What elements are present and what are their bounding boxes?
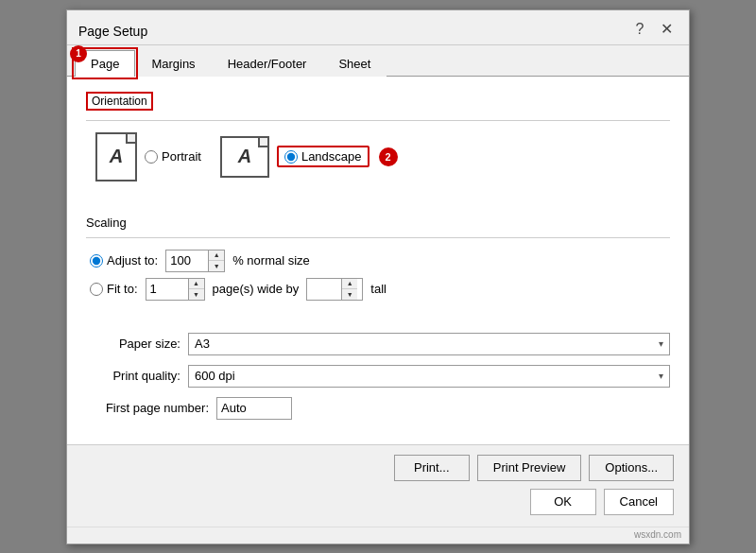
fit-to-wide-spinbox[interactable]: ▲ ▼: [146, 278, 205, 301]
orientation-divider: [86, 120, 670, 121]
portrait-letter: A: [110, 146, 123, 167]
watermark: wsxdn.com: [67, 527, 689, 544]
options-label: Options...: [605, 460, 658, 475]
scaling-section: Scaling Adjust to: ▲ ▼ % normal size: [86, 216, 670, 306]
fit-to-row: Fit to: ▲ ▼ page(s) wide by ▲ ▼: [86, 278, 670, 301]
first-page-label: First page number:: [86, 401, 209, 415]
adjust-to-input[interactable]: [166, 251, 208, 271]
paper-size-arrow: ▾: [659, 338, 663, 349]
paper-size-value: A3: [195, 337, 210, 351]
title-bar-right: ? ✕: [628, 18, 678, 44]
title-bar: Page Setup ? ✕: [67, 10, 689, 45]
adjust-to-radio[interactable]: [90, 254, 103, 268]
adjust-to-spinbox[interactable]: ▲ ▼: [165, 250, 225, 272]
landscape-letter: A: [238, 146, 251, 167]
adjust-to-spinbox-btns: ▲ ▼: [208, 251, 224, 271]
scaling-title: Scaling: [86, 216, 670, 230]
spacer1: [86, 321, 670, 333]
landscape-badge: 2: [379, 147, 398, 166]
fit-to-wide-spinbox-btns: ▲ ▼: [188, 279, 204, 300]
landscape-group: A Landscape 2: [220, 136, 398, 178]
fit-to-tall-spinbox[interactable]: ▲ ▼: [306, 278, 363, 301]
tab-margins[interactable]: Margins: [135, 50, 211, 77]
print-quality-row: Print quality: 600 dpi ▾: [86, 365, 670, 388]
landscape-icon: A: [220, 136, 269, 178]
cancel-button[interactable]: Cancel: [604, 489, 674, 515]
adjust-to-up-btn[interactable]: ▲: [209, 251, 224, 261]
adjust-to-radio-label[interactable]: Adjust to:: [90, 253, 158, 268]
print-label: Print...: [414, 460, 450, 475]
paper-size-dropdown[interactable]: A3 ▾: [188, 333, 670, 355]
fit-to-radio-label[interactable]: Fit to:: [90, 282, 138, 296]
fit-to-tall-up-btn[interactable]: ▲: [342, 279, 357, 289]
paper-size-row: Paper size: A3 ▾: [86, 333, 670, 355]
page-setup-dialog: Page Setup ? ✕ 1 Page Margins Header/Foo…: [66, 9, 690, 544]
landscape-radio-wrap: Landscape: [277, 146, 369, 167]
print-button[interactable]: Print...: [394, 455, 470, 481]
print-quality-value: 600 dpi: [195, 369, 235, 383]
fit-to-wide-down-btn[interactable]: ▼: [189, 289, 204, 300]
landscape-corner: [258, 138, 267, 147]
title-bar-left: Page Setup: [78, 24, 147, 39]
fit-to-tall-input[interactable]: [307, 279, 341, 300]
dialog-footer: Print... Print Preview Options... OK Can…: [67, 444, 689, 525]
landscape-text: Landscape: [301, 149, 362, 164]
landscape-radio-label[interactable]: Landscape: [284, 149, 362, 164]
tab-sheet[interactable]: Sheet: [322, 50, 387, 77]
landscape-radio[interactable]: [284, 150, 298, 164]
fit-to-tall-spinbox-btns: ▲ ▼: [341, 279, 357, 300]
close-button[interactable]: ✕: [655, 18, 678, 41]
tab-page-badge: 1: [70, 45, 87, 62]
adjust-to-unit: % normal size: [232, 253, 310, 268]
footer-top-buttons: Print... Print Preview Options...: [82, 455, 674, 481]
print-quality-arrow: ▾: [659, 371, 663, 381]
fit-to-wide-input[interactable]: [146, 279, 188, 300]
portrait-text: Portrait: [162, 149, 201, 164]
dialog-title: Page Setup: [78, 24, 147, 39]
cancel-label: Cancel: [620, 494, 658, 509]
fit-to-wide-up-btn[interactable]: ▲: [189, 279, 204, 289]
tab-page[interactable]: 1 Page: [75, 50, 135, 77]
paper-size-label: Paper size:: [86, 337, 180, 351]
tabs-bar: 1 Page Margins Header/Footer Sheet: [67, 49, 689, 77]
portrait-corner: [126, 134, 135, 144]
dialog-body: Orientation A Portrait: [67, 77, 689, 444]
help-button[interactable]: ?: [628, 18, 651, 41]
orientation-row: A Portrait A La: [86, 132, 670, 181]
fit-to-tall-down-btn[interactable]: ▼: [342, 289, 357, 300]
scaling-divider: [86, 237, 670, 238]
options-button[interactable]: Options...: [589, 455, 674, 481]
fit-to-unit2: tall: [370, 282, 387, 296]
orientation-label: Orientation: [86, 92, 153, 111]
portrait-radio[interactable]: [145, 150, 158, 164]
adjust-to-label: Adjust to:: [107, 253, 158, 268]
portrait-radio-label[interactable]: Portrait: [145, 149, 201, 164]
adjust-to-down-btn[interactable]: ▼: [209, 261, 224, 271]
ok-button[interactable]: OK: [530, 489, 596, 515]
first-page-input[interactable]: [216, 397, 292, 420]
tab-header-footer[interactable]: Header/Footer: [212, 50, 323, 77]
adjust-to-row: Adjust to: ▲ ▼ % normal size: [86, 250, 670, 272]
ok-label: OK: [554, 494, 572, 509]
portrait-icon: A: [95, 132, 137, 181]
fit-to-label: Fit to:: [107, 282, 138, 296]
portrait-group: A Portrait: [95, 132, 201, 181]
footer-bottom-buttons: OK Cancel: [82, 489, 674, 515]
first-page-number-row: First page number:: [86, 397, 670, 420]
fit-to-unit1: page(s) wide by: [213, 282, 300, 296]
print-quality-label: Print quality:: [86, 369, 180, 383]
preview-label: Print Preview: [493, 460, 566, 475]
orientation-section: Orientation A Portrait: [86, 92, 670, 200]
fit-to-radio[interactable]: [90, 283, 103, 296]
print-quality-dropdown[interactable]: 600 dpi ▾: [188, 365, 670, 388]
print-preview-button[interactable]: Print Preview: [477, 455, 582, 481]
